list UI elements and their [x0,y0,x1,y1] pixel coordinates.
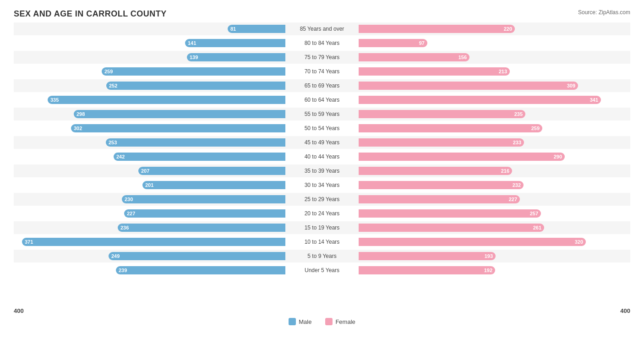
right-section: 227 [359,193,630,206]
bar-male: 239 [116,266,285,274]
bar-female: 309 [359,82,578,90]
female-value: 341 [590,97,601,103]
male-label: Male [299,318,311,325]
bar-female: 213 [359,67,510,76]
age-label: 20 to 24 Years [285,210,359,217]
bar-male: 302 [71,124,285,132]
chart-row: 25970 to 74 Years213 [14,65,630,78]
bar-female: 320 [359,238,586,246]
male-value: 141 [185,40,196,46]
right-section: 259 [359,122,630,135]
right-section: 290 [359,150,630,163]
bar-male: 249 [109,252,285,260]
female-value: 213 [499,69,510,74]
bar-female: 97 [359,39,427,47]
male-value: 371 [22,239,33,245]
chart-row: 23615 to 19 Years261 [14,221,630,234]
left-section: 227 [14,207,285,220]
age-label: 65 to 69 Years [285,82,359,89]
female-value: 259 [531,126,542,131]
age-label: 70 to 74 Years [285,68,359,75]
male-value: 239 [116,268,127,273]
chart-row: 8185 Years and over220 [14,22,630,35]
right-section: 309 [359,79,630,92]
axis-row: 400 400 [14,307,630,314]
left-section: 242 [14,150,285,163]
male-value: 259 [102,69,113,74]
chart-row: 22720 to 24 Years257 [14,207,630,220]
male-value: 253 [106,140,117,145]
female-value: 156 [458,55,469,60]
left-section: 335 [14,93,285,106]
bar-male: 141 [185,39,285,47]
male-value: 207 [138,168,149,174]
age-label: 50 to 54 Years [285,125,359,131]
chart-row: 30250 to 54 Years259 [14,122,630,135]
male-value: 252 [106,83,117,88]
bar-female: 259 [359,124,542,132]
female-value: 309 [567,83,578,88]
left-section: 236 [14,221,285,234]
chart-row: 33560 to 64 Years341 [14,93,630,106]
age-label: 55 to 59 Years [285,111,359,117]
chart-row: 25265 to 69 Years309 [14,79,630,92]
chart-row: 29855 to 59 Years235 [14,108,630,120]
age-label: Under 5 Years [285,267,359,273]
male-value: 302 [71,126,82,131]
chart-area: 8185 Years and over22014180 to 84 Years9… [14,22,630,306]
left-section: 302 [14,122,285,135]
female-value: 235 [514,111,525,117]
female-value: 220 [504,26,515,32]
chart-row: 14180 to 84 Years97 [14,37,630,49]
female-label: Female [335,318,355,325]
male-value: 236 [118,225,129,230]
age-label: 25 to 29 Years [285,196,359,202]
bar-male: 242 [114,153,285,161]
right-section: 156 [359,51,630,64]
male-value: 335 [48,97,59,103]
left-section: 252 [14,79,285,92]
right-section: 320 [359,235,630,248]
male-value: 298 [74,111,85,117]
chart-row: 20130 to 34 Years232 [14,179,630,191]
right-section: 192 [359,264,630,277]
source-text: Source: ZipAtlas.com [578,9,630,16]
age-label: 75 to 79 Years [285,54,359,60]
male-value: 201 [142,182,153,188]
chart-row: 239Under 5 Years192 [14,264,630,277]
chart-title: SEX AND AGE IN CARROLL COUNTY [14,9,630,19]
male-value: 242 [114,154,125,159]
female-value: 257 [530,211,541,216]
axis-right: 400 [357,307,630,314]
right-section: 233 [359,136,630,149]
axis-left-label: 400 [14,307,24,314]
chart-row: 24240 to 44 Years290 [14,150,630,163]
legend-male: Male [289,318,311,325]
male-value: 249 [109,253,120,259]
left-section: 201 [14,179,285,191]
right-section: 213 [359,65,630,78]
bar-male: 81 [228,25,285,33]
bar-female: 261 [359,224,544,232]
female-value: 232 [513,182,524,188]
chart-row: 37110 to 14 Years320 [14,235,630,248]
bar-male: 252 [106,82,285,90]
bar-male: 253 [106,138,285,147]
female-value: 216 [501,168,512,174]
bar-male: 227 [124,209,285,218]
bar-male: 230 [122,195,285,203]
female-value: 192 [484,268,495,273]
age-label: 30 to 34 Years [285,182,359,188]
axis-right-label: 400 [620,307,630,314]
right-section: 261 [359,221,630,234]
male-swatch [289,318,296,325]
bar-female: 220 [359,25,515,33]
left-section: 253 [14,136,285,149]
bar-female: 227 [359,195,520,203]
left-section: 230 [14,193,285,206]
right-section: 257 [359,207,630,220]
age-label: 85 Years and over [285,26,359,32]
age-label: 40 to 44 Years [285,153,359,160]
right-section: 235 [359,108,630,120]
chart-container: SEX AND AGE IN CARROLL COUNTY Source: Zi… [0,0,644,339]
